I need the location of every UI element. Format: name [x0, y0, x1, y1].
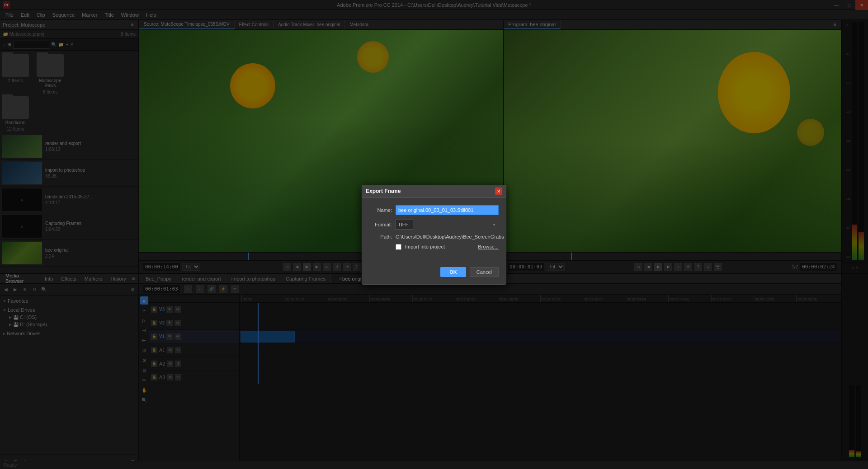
dialog-import-row: Import into project Browse...	[369, 244, 499, 250]
import-label: Import into project	[405, 244, 445, 249]
dialog-format-row: Format: TIFF JPEG PNG BMP	[369, 220, 499, 230]
dialog-titlebar: Export Frame ✕	[362, 185, 506, 198]
dialog-name-row: Name:	[369, 205, 499, 215]
name-input[interactable]	[396, 205, 499, 215]
modal-overlay: Export Frame ✕ Name: Format: TIFF JPEG P…	[0, 0, 868, 469]
dialog-buttons: OK Cancel	[362, 263, 506, 284]
dialog-close-button[interactable]: ✕	[495, 188, 502, 195]
dialog-title: Export Frame	[366, 188, 401, 194]
dialog-path-row: Path: C:\Users\Dell\Desktop\Audrey\Bee_S…	[369, 234, 499, 239]
ok-button[interactable]: OK	[440, 267, 466, 277]
name-label: Name:	[369, 207, 392, 213]
browse-button[interactable]: Browse...	[478, 244, 499, 249]
dialog-body: Name: Format: TIFF JPEG PNG BMP Path:	[362, 198, 506, 263]
format-select[interactable]: TIFF JPEG PNG BMP	[396, 220, 413, 230]
path-label: Path:	[369, 234, 392, 239]
export-frame-dialog: Export Frame ✕ Name: Format: TIFF JPEG P…	[362, 185, 506, 285]
format-select-wrap: TIFF JPEG PNG BMP	[396, 220, 499, 230]
path-value: C:\Users\Dell\Desktop\Audrey\Bee_ScreenG…	[396, 234, 504, 239]
format-label: Format:	[369, 222, 392, 227]
import-checkbox[interactable]	[396, 244, 401, 250]
cancel-button[interactable]: Cancel	[470, 267, 499, 277]
